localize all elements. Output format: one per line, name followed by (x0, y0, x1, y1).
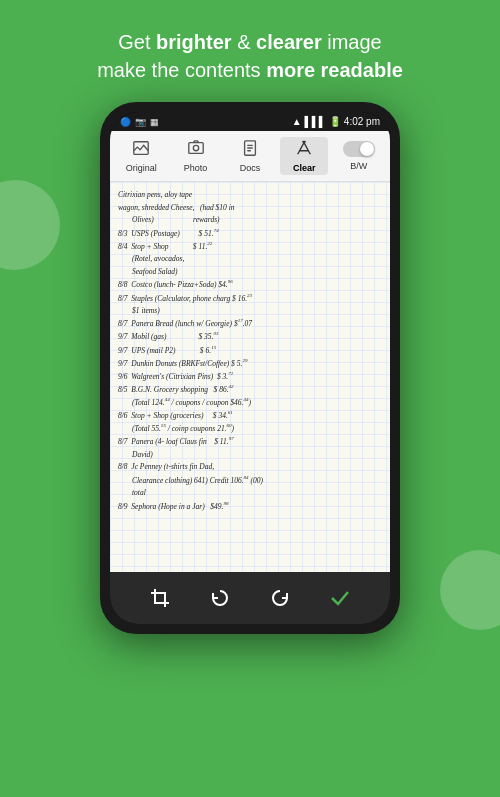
app-toolbar: Original Photo (110, 131, 390, 182)
bw-label: B/W (350, 161, 367, 171)
line-7: Seafood Salad) (118, 266, 382, 278)
confirm-button[interactable] (322, 580, 358, 616)
line-25: 8/9 Sephora (Hope in a Jar) $49.98 (118, 500, 382, 512)
docs-icon (241, 139, 259, 161)
line-10: $1 items) (118, 305, 382, 317)
status-bar: 🔵 📷 ▦ ▲ ▌▌▌ 🔋 4:02 pm (110, 112, 390, 131)
toolbar-bw[interactable]: B/W (335, 139, 383, 173)
line-12: 9/7 Mobil (gas) $ 35.03 (118, 330, 382, 342)
rotate-right-button[interactable] (262, 580, 298, 616)
line-5: 8/4 Stop + Shop $ 11.22 (118, 240, 382, 252)
phone-screen: 🔵 📷 ▦ ▲ ▌▌▌ 🔋 4:02 pm (110, 112, 390, 624)
header-bold-readable: more readable (266, 59, 403, 81)
toolbar-photo[interactable]: Photo (172, 137, 220, 175)
header-line2-make: make the contents (97, 59, 266, 81)
line-23: Clearance clothing) 641) Credit 106.84 (… (118, 474, 382, 486)
line-22: 8/8 Jc Penney (t-shirts fin Dad, (118, 461, 382, 473)
rotate-left-button[interactable] (202, 580, 238, 616)
svg-rect-1 (188, 143, 202, 154)
header-line1-image: image (322, 31, 382, 53)
line-18: 8/6 Stop + Shop (groceries) $ 34.61 (118, 409, 382, 421)
toggle-knob (360, 142, 374, 156)
line-13: 9/7 UPS (mail P2) $ 6.15 (118, 344, 382, 356)
header-bold-brighter: brighter (156, 31, 232, 53)
line-2: wagon, shredded Cheese, (had $10 in (118, 202, 382, 214)
toolbar-clear[interactable]: Clear (280, 137, 328, 175)
line-8: 8/8 Costco (lunch- Pizza+Soda) $4.96 (118, 278, 382, 290)
clear-label: Clear (293, 163, 316, 173)
docs-label: Docs (240, 163, 261, 173)
line-21: David) (118, 449, 382, 461)
handwriting-content: Citrixian pens, aloy tape wagon, shredde… (118, 189, 382, 512)
grid-paper: Citrixian pens, aloy tape wagon, shredde… (110, 182, 390, 572)
toolbar-original[interactable]: Original (117, 137, 165, 175)
header-bold-clearer: clearer (256, 31, 322, 53)
line-19: (Total 55.55 / coinp coupons 21.60) (118, 422, 382, 434)
photo-icon (187, 139, 205, 161)
header-line1-and: & (232, 31, 256, 53)
original-icon (132, 139, 150, 161)
line-24: total (118, 487, 382, 499)
photo-icon-status: 📷 (135, 117, 146, 127)
clear-icon (295, 139, 313, 161)
notification-icon: 🔵 (120, 117, 131, 127)
bw-toggle-switch[interactable] (343, 141, 375, 157)
battery-icon: 🔋 (329, 116, 341, 127)
svg-point-2 (193, 145, 198, 150)
menu-icon-status: ▦ (150, 117, 159, 127)
toolbar-docs[interactable]: Docs (226, 137, 274, 175)
photo-label: Photo (184, 163, 208, 173)
crop-button[interactable] (142, 580, 178, 616)
time-display: 4:02 pm (344, 116, 380, 127)
line-6: (Rotel, avocados, (118, 253, 382, 265)
line-16: 8/5 B.G.N. Grocery shopping $ 86.42 (118, 383, 382, 395)
content-area: Citrixian pens, aloy tape wagon, shredde… (110, 182, 390, 572)
header-line1-get: Get (118, 31, 156, 53)
status-left-icons: 🔵 📷 ▦ (120, 117, 159, 127)
line-4: 8/3 USPS (Postage) $ 51.74 (118, 227, 382, 239)
phone-frame: 🔵 📷 ▦ ▲ ▌▌▌ 🔋 4:02 pm (100, 102, 400, 634)
wifi-icon: ▲ (292, 116, 302, 127)
phone-container: 🔵 📷 ▦ ▲ ▌▌▌ 🔋 4:02 pm (0, 102, 500, 634)
line-11: 8/7 Panera Bread (lunch w/ Georgie) $17.… (118, 317, 382, 329)
line-20: 8/7 Panera (4- loaf Claus fin $ 11.97 (118, 435, 382, 447)
line-15: 9/6 Walgreen's (Citrixian Pins) $ 3.71 (118, 370, 382, 382)
bottom-toolbar (110, 572, 390, 624)
line-14: 9/7 Dunkin Donuts (BRKFst/Coffee) $ 5.29 (118, 357, 382, 369)
signal-icon: ▌▌▌ (305, 116, 326, 127)
status-right: ▲ ▌▌▌ 🔋 4:02 pm (292, 116, 380, 127)
line-9: 8/7 Staples (Calculator, phone charg $ 1… (118, 292, 382, 304)
header-section: Get brighter & clearer image make the co… (0, 0, 500, 102)
original-label: Original (126, 163, 157, 173)
line-17: (Total 124.44 / coupons / coupon $46.44) (118, 396, 382, 408)
line-1: Citrixian pens, aloy tape (118, 189, 382, 201)
line-3: Olives) rewards) (118, 214, 382, 226)
